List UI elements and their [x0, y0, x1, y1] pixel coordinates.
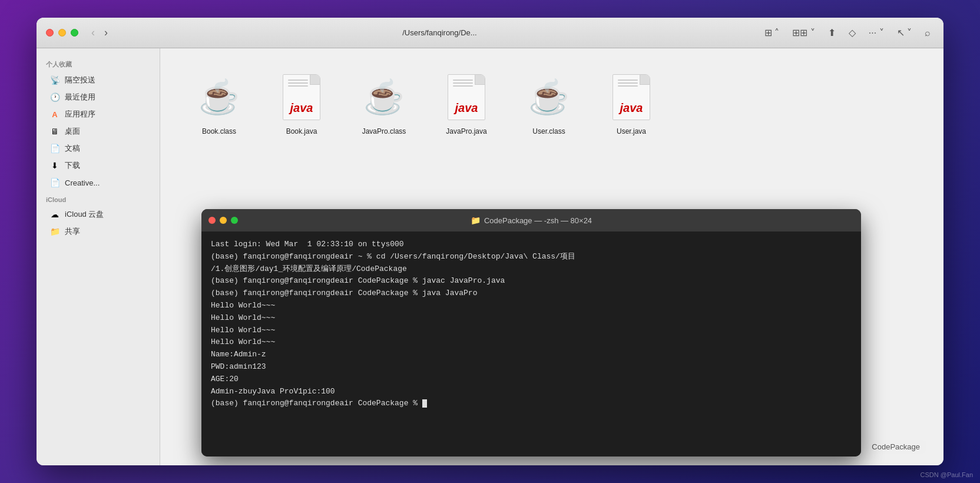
term-minimize-button[interactable]: [220, 217, 227, 224]
sidebar-label-apps: 应用程序: [65, 109, 95, 120]
term-line-13: Admin-zbuyJava ProV1pic:100: [211, 386, 852, 398]
book-class-name: Book.class: [202, 127, 236, 135]
sidebar-item-downloads[interactable]: ⬇ 下载: [40, 157, 156, 174]
file-item-book-class[interactable]: ☕ Book.class: [184, 66, 254, 140]
sidebar-label-recents: 最近使用: [65, 92, 95, 102]
sidebar-label-docs: 文稿: [65, 143, 80, 154]
term-close-button[interactable]: [208, 217, 216, 224]
java-text-2: java: [448, 101, 485, 115]
close-button[interactable]: [46, 29, 54, 37]
java-doc-lines-3: [618, 80, 638, 87]
shared-icon: 📁: [49, 226, 60, 237]
sidebar-item-apps[interactable]: A 应用程序: [40, 106, 156, 123]
java-doc-icon-2: java: [448, 74, 485, 120]
watermark: CSDN @Paul.Fan: [921, 471, 973, 478]
cursor-mode-button[interactable]: ↖ ˅: [893, 25, 915, 41]
term-line-7: Hello World~~~: [211, 312, 852, 325]
term-line-12: AGE:20: [211, 373, 852, 386]
doc-line-4: [453, 80, 473, 81]
java-doc-icon-3: java: [612, 74, 650, 120]
terminal-folder-icon: 📁: [471, 216, 481, 225]
doc-line-3: [288, 85, 308, 87]
sidebar-label-downloads: 下载: [65, 160, 80, 171]
terminal-title-text: CodePackage — -zsh — 80×24: [484, 216, 592, 225]
term-line-1: Last login: Wed Mar 1 02:33:10 on ttys00…: [211, 239, 852, 251]
user-java-name: User.java: [617, 127, 646, 135]
personal-section-label: 个人收藏: [37, 55, 160, 71]
sidebar-item-docs[interactable]: 📄 文稿: [40, 140, 156, 157]
view-grid-button[interactable]: ⊞ ˄: [761, 25, 783, 41]
view-gallery-button[interactable]: ⊞⊞ ˅: [789, 25, 818, 41]
file-item-user-java[interactable]: java User.java: [596, 66, 667, 140]
back-button[interactable]: ‹: [88, 25, 98, 40]
sidebar-label-desktop: 桌面: [65, 126, 80, 137]
icloud-drive-icon: ☁: [49, 209, 60, 220]
apps-icon: A: [49, 109, 60, 120]
javapro-class-icon-container: ☕: [360, 71, 408, 124]
term-line-6: Hello World~~~: [211, 300, 852, 312]
file-item-javapro-java[interactable]: java JavaPro.java: [431, 66, 502, 140]
more-button[interactable]: ··· ˅: [865, 25, 888, 41]
term-line-5: (base) fanqirong@fanqirongdeair CodePack…: [211, 287, 852, 300]
javapro-class-name: JavaPro.class: [362, 127, 406, 135]
maximize-button[interactable]: [71, 29, 78, 37]
terminal-body[interactable]: Last login: Wed Mar 1 02:33:10 on ttys00…: [201, 231, 861, 456]
java-doc-lines: [288, 80, 308, 87]
search-button[interactable]: ⌕: [921, 25, 934, 41]
terminal-cursor: [422, 399, 427, 408]
terminal-window: 📁 CodePackage — -zsh — 80×24 Last login:…: [201, 209, 861, 456]
file-item-javapro-class[interactable]: ☕ JavaPro.class: [349, 66, 419, 140]
java-text-3: java: [613, 101, 650, 115]
doc-line-9: [618, 85, 638, 87]
path-display: /Users/fanqirong/De...: [130, 28, 749, 37]
codepackage-label: CodePackage: [866, 440, 926, 454]
term-line-8: Hello World~~~: [211, 325, 852, 337]
java-text: java: [283, 101, 320, 115]
java-doc-paper-2: java: [448, 74, 485, 120]
sidebar-item-shared[interactable]: 📁 共享: [40, 223, 156, 240]
doc-line-7: [618, 80, 638, 81]
sidebar-item-recents[interactable]: 🕐 最近使用: [40, 89, 156, 105]
doc-line-2: [288, 82, 308, 84]
recents-icon: 🕐: [49, 92, 60, 102]
forward-button[interactable]: ›: [101, 25, 111, 40]
title-bar: ‹ › /Users/fanqirong/De... ⊞ ˄ ⊞⊞ ˅ ⬆ ◇ …: [37, 18, 943, 48]
nav-buttons: ‹ ›: [88, 25, 111, 40]
desktop-icon: 🖥: [49, 126, 60, 137]
term-line-14: (base) fanqirong@fanqirongdeair CodePack…: [211, 398, 852, 410]
term-line-10: Name:Admin-z: [211, 349, 852, 361]
icloud-section-label: iCloud: [37, 191, 160, 206]
sidebar-item-icloud-drive[interactable]: ☁ iCloud 云盘: [40, 206, 156, 223]
java-doc-paper-3: java: [612, 74, 650, 120]
toolbar-right: ⊞ ˄ ⊞⊞ ˅ ⬆ ◇ ··· ˅ ↖ ˅ ⌕: [761, 25, 934, 41]
terminal-titlebar: 📁 CodePackage — -zsh — 80×24: [201, 209, 861, 231]
downloads-icon: ⬇: [49, 160, 60, 171]
java-doc-paper: java: [283, 74, 320, 120]
airdrop-icon: 📡: [49, 75, 60, 85]
term-line-11: PWD:admin123: [211, 361, 852, 373]
sidebar-item-desktop[interactable]: 🖥 桌面: [40, 123, 156, 140]
sidebar-label-icloud-drive: iCloud 云盘: [65, 209, 104, 220]
book-java-name: Book.java: [286, 127, 317, 135]
minimize-button[interactable]: [58, 29, 66, 37]
doc-line-1: [288, 80, 308, 81]
tag-button[interactable]: ◇: [845, 25, 859, 41]
term-maximize-button[interactable]: [231, 217, 238, 224]
creative-icon: 📄: [49, 177, 60, 188]
term-line-4: (base) fanqirong@fanqirongdeair CodePack…: [211, 275, 852, 287]
doc-line-8: [618, 82, 638, 84]
book-class-icon-container: ☕: [196, 71, 243, 124]
terminal-title: 📁 CodePackage — -zsh — 80×24: [471, 216, 592, 225]
sidebar: 个人收藏 📡 隔空投送 🕐 最近使用 A 应用程序 🖥 桌面 📄 文稿: [37, 48, 160, 465]
traffic-lights: [46, 29, 78, 37]
file-item-user-class[interactable]: ☕ User.class: [514, 66, 584, 140]
book-java-icon-container: java: [278, 71, 325, 124]
sidebar-item-airdrop[interactable]: 📡 隔空投送: [40, 72, 156, 88]
share-button[interactable]: ⬆: [825, 25, 839, 41]
user-class-name: User.class: [532, 127, 565, 135]
javapro-java-icon-container: java: [443, 71, 490, 124]
sidebar-item-creative[interactable]: 📄 Creative...: [40, 174, 156, 191]
finder-window: ‹ › /Users/fanqirong/De... ⊞ ˄ ⊞⊞ ˅ ⬆ ◇ …: [37, 18, 943, 465]
term-line-3: /1.创意图形/day1_环境配置及编译原理/CodePackage: [211, 263, 852, 276]
file-item-book-java[interactable]: java Book.java: [266, 66, 337, 140]
